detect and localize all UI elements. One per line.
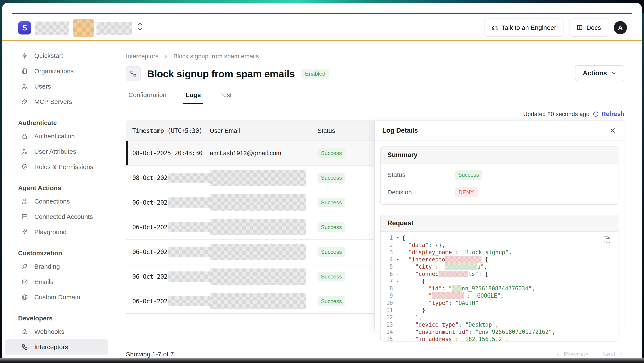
- redacted-email: [210, 293, 306, 309]
- redacted-code: [445, 256, 482, 263]
- code-line: 1▾{: [380, 234, 618, 242]
- table-row[interactable]: 06-Oct-202 Success: [126, 190, 374, 215]
- talk-button-label: Talk to an Engineer: [502, 24, 556, 31]
- sidebar-item-webhooks[interactable]: Webhooks: [5, 324, 108, 339]
- actions-button[interactable]: Actions: [575, 65, 624, 81]
- status-badge: Success: [318, 272, 345, 282]
- code-line: 10 "type": "OAUTH": [380, 299, 618, 306]
- refresh-label: Refresh: [602, 110, 624, 118]
- logo-letter: S: [22, 24, 27, 32]
- main-content: Interceptors Block signup from spam emai…: [112, 41, 642, 363]
- status-badge: Success: [318, 296, 345, 306]
- sidebar-item-label: User Attributes: [34, 148, 76, 155]
- cell-timestamp: 06-Oct-202: [132, 224, 168, 231]
- summary-decision-badge: DENY: [455, 187, 478, 197]
- sidebar-item-connected-accounts[interactable]: Connected Accounts: [5, 209, 108, 224]
- sidebar-item-playground[interactable]: Playground: [5, 224, 108, 240]
- copy-icon[interactable]: [603, 236, 612, 244]
- sidebar-item-user-attributes[interactable]: User Attributes: [5, 144, 108, 159]
- sparkle-icon: [21, 228, 28, 236]
- sidebar-item-mcp-servers[interactable]: MCP Servers: [5, 94, 108, 110]
- collapse-caret-icon[interactable]: ▾: [394, 279, 402, 283]
- interceptor-icon: [21, 344, 28, 351]
- previous-page-button[interactable]: Previous: [555, 351, 589, 358]
- user-avatar[interactable]: A: [614, 21, 627, 34]
- sidebar-item-roles-permissions[interactable]: Roles & Permissions: [5, 159, 108, 174]
- table-row[interactable]: 08-Oct-2025 20:43:30 amit.ash1912@gmail.…: [126, 141, 374, 166]
- app-logo[interactable]: S: [18, 21, 31, 34]
- sidebar-item-branding[interactable]: Branding: [5, 259, 108, 274]
- updated-timestamp-text: Updated 20 seconds ago: [523, 111, 590, 118]
- log-details-header: Log Details: [374, 121, 624, 140]
- tab-logs[interactable]: Logs: [183, 88, 204, 104]
- tab-test[interactable]: Test: [218, 88, 234, 104]
- sidebar-item-authentication[interactable]: Authentication: [5, 128, 108, 144]
- org-name-redacted: [35, 22, 69, 35]
- table-row[interactable]: 06-Oct-202 Success: [126, 240, 374, 264]
- users-icon: [21, 83, 28, 90]
- code-line: 3 "display_name": "Block signup",: [380, 249, 618, 256]
- code-line: 5 "city": "u",: [380, 263, 618, 270]
- paperclip-icon: [21, 98, 28, 106]
- org-switcher-chevrons-icon[interactable]: [136, 21, 144, 32]
- cubes-icon: [21, 198, 28, 205]
- collapse-caret-icon[interactable]: ▾: [394, 258, 402, 262]
- request-json-viewer[interactable]: 1▾{2 "data": {},3 "display_name": "Block…: [380, 232, 618, 341]
- summary-label: Decision: [388, 189, 455, 196]
- refresh-link[interactable]: Refresh: [592, 110, 624, 118]
- collapse-caret-icon[interactable]: ▾: [394, 272, 402, 276]
- pagination-summary: Showing 1-7 of 7: [126, 351, 174, 358]
- redacted-timestamp: [168, 173, 210, 183]
- redacted-timestamp: [168, 222, 210, 232]
- code-line: 11 }: [380, 306, 618, 314]
- cell-timestamp: 08-Oct-2025 20:43:30: [126, 150, 210, 157]
- status-badge-enabled: Enabled: [301, 69, 329, 78]
- interceptor-icon: [126, 66, 141, 81]
- sidebar-item-emails[interactable]: Emails: [5, 274, 108, 290]
- sidebar-item-label: Authentication: [34, 133, 75, 140]
- table-row[interactable]: 06-Oct-202 Success: [126, 264, 374, 289]
- page-title: Block signup from spam emails: [147, 68, 295, 80]
- paintbrush-icon: [21, 263, 28, 270]
- status-badge: Success: [318, 198, 345, 207]
- pagination-controls: Previous Next: [555, 351, 624, 358]
- env-badge-redacted: [73, 19, 94, 37]
- table-row[interactable]: 06-Oct-202 Success: [126, 215, 374, 240]
- redacted-code: [445, 263, 477, 270]
- table-row[interactable]: 08-Oct-202 Success: [126, 166, 374, 190]
- sidebar-item-custom-domain[interactable]: Custom Domain: [5, 290, 108, 305]
- book-icon: [576, 24, 583, 31]
- sidebar-item-connections[interactable]: Connections: [5, 194, 108, 209]
- docs-button[interactable]: Docs: [569, 18, 608, 37]
- next-page-button[interactable]: Next: [602, 351, 624, 358]
- sidebar-item-organizations[interactable]: Organizations: [5, 64, 108, 79]
- redacted-email: [210, 194, 306, 210]
- sidebar-item-label: Connections: [34, 198, 70, 205]
- redacted-code: [438, 270, 468, 278]
- code-line: 7▾ {: [380, 278, 618, 285]
- sidebar: Quickstart Organizations Users MCP Serve…: [2, 41, 112, 363]
- sidebar-item-quickstart[interactable]: Quickstart: [5, 48, 108, 64]
- summary-row-status: Status Success: [388, 170, 611, 180]
- close-icon[interactable]: [609, 127, 616, 134]
- chevron-right-icon: [618, 351, 624, 357]
- docs-button-label: Docs: [586, 24, 601, 31]
- building-icon: [21, 68, 28, 75]
- sidebar-item-label: Organizations: [34, 68, 74, 75]
- breadcrumb-parent[interactable]: Interceptors: [126, 53, 158, 60]
- table-row[interactable]: 06-Oct-202 Success: [126, 289, 374, 314]
- talk-to-engineer-button[interactable]: Talk to an Engineer: [484, 18, 564, 37]
- tab-configuration[interactable]: Configuration: [126, 88, 169, 104]
- cell-timestamp: 06-Oct-202: [132, 248, 168, 256]
- cell-timestamp: 06-Oct-202: [132, 273, 168, 280]
- chevron-left-icon: [555, 351, 561, 357]
- table-header-row: Timestamp (UTC+5:30) User Email Status: [126, 121, 374, 141]
- collapse-caret-icon[interactable]: ▾: [394, 236, 402, 240]
- summary-label: Status: [388, 171, 455, 178]
- sidebar-item-interceptors[interactable]: Interceptors: [5, 339, 108, 355]
- panel-title: Log Details: [382, 127, 418, 134]
- project-name-redacted: [96, 22, 132, 35]
- sidebar-item-users[interactable]: Users: [5, 79, 108, 94]
- status-badge: Success: [318, 173, 345, 183]
- summary-row-decision: Decision DENY: [388, 187, 611, 197]
